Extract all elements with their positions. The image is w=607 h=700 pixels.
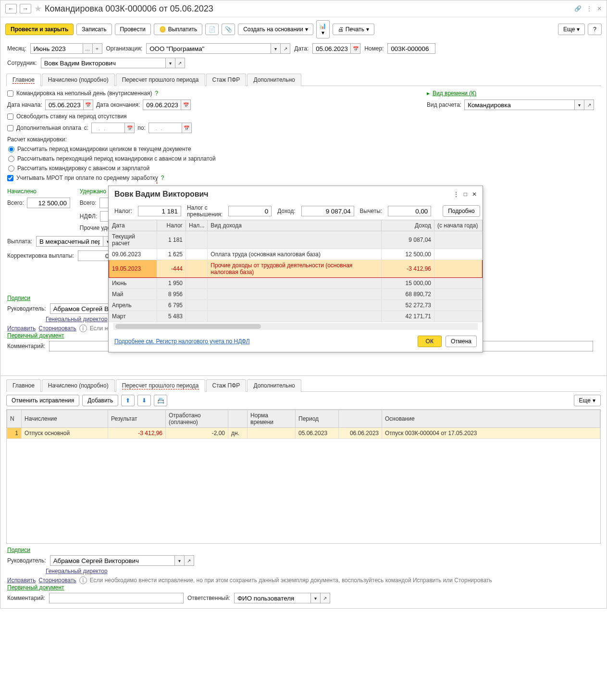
fix-link[interactable]: Исправить <box>7 577 36 584</box>
ded-input[interactable] <box>388 206 431 216</box>
org-input[interactable] <box>146 43 271 54</box>
extra-checkbox[interactable] <box>7 125 13 131</box>
storno-link[interactable]: Сторнировать <box>38 577 76 584</box>
excess-input[interactable] <box>228 206 272 216</box>
time-type-link[interactable]: Вид времени (К) <box>433 90 476 97</box>
open-icon[interactable]: ↗ <box>321 593 330 603</box>
income-input[interactable] <box>301 206 354 216</box>
storno-link[interactable]: Сторнировать <box>38 325 76 332</box>
kebab-icon[interactable]: ⋮ <box>453 191 459 198</box>
report-icon-button[interactable]: 📊▾ <box>316 20 330 38</box>
create-based-button[interactable]: Создать на основании ▾ <box>238 24 313 35</box>
tab2-accrued[interactable]: Начислено (подробно) <box>42 379 115 392</box>
cancel-button[interactable]: Отмена <box>446 336 477 347</box>
calc-type-input[interactable] <box>464 100 575 110</box>
scrollbar[interactable] <box>113 323 478 330</box>
registry-link[interactable]: Подробнее см. Регистр налогового учета п… <box>114 338 250 345</box>
post-button[interactable]: Провести <box>115 24 151 35</box>
mgr-input[interactable] <box>50 555 175 566</box>
save-button[interactable]: Записать <box>76 24 111 35</box>
tab-accrued[interactable]: Начислено (подробно) <box>42 74 115 86</box>
resp-input[interactable] <box>234 593 311 603</box>
tab2-main[interactable]: Главное <box>6 379 41 392</box>
table-row[interactable]: Март5 48342 171,71 <box>109 311 483 322</box>
fix-link[interactable]: Исправить <box>7 325 36 332</box>
close-icon[interactable]: ✕ <box>472 191 477 198</box>
table-row[interactable]: Май8 95668 890,72 <box>109 289 483 300</box>
table-row[interactable]: 1 Отпуск основной -3 412,96 -2,00 дн. 05… <box>7 428 600 439</box>
tab2-pfr[interactable]: Стаж ПФР <box>206 379 247 392</box>
mrot-checkbox[interactable] <box>7 175 13 181</box>
table-row[interactable]: Июнь1 95015 000,00 <box>109 278 483 289</box>
tab-extra[interactable]: Дополнительно <box>247 74 301 86</box>
emp-dropdown-icon[interactable]: ▾ <box>166 58 175 68</box>
dropdown-icon[interactable]: ▾ <box>575 100 584 110</box>
pay-button[interactable]: 🪙Выплатить <box>154 24 203 35</box>
add-button[interactable]: Добавить <box>82 395 118 406</box>
attach-icon-button[interactable]: 📎 <box>222 24 235 35</box>
tax-input[interactable] <box>138 206 181 216</box>
num-input[interactable] <box>387 43 435 54</box>
move-up-button[interactable]: ⬆ <box>121 395 135 406</box>
primary-doc-link[interactable]: Первичный документ <box>7 332 64 339</box>
release-checkbox[interactable] <box>7 113 13 120</box>
nav-forward[interactable]: → <box>20 4 31 13</box>
accrued-total[interactable] <box>27 198 70 208</box>
calendar-icon[interactable]: 📅 <box>182 123 192 133</box>
position-link[interactable]: Генеральный директор <box>46 568 108 575</box>
tab2-recalc[interactable]: Пересчет прошлого периода <box>116 379 205 392</box>
ok-button[interactable]: ОК <box>418 336 442 347</box>
dropdown-icon[interactable]: ▾ <box>175 555 185 566</box>
open-icon[interactable]: ↗ <box>185 555 194 566</box>
help-button[interactable]: ? <box>588 24 602 35</box>
table-row[interactable]: Текущий расчет1 1819 087,04 <box>109 231 483 249</box>
maximize-icon[interactable]: □ <box>464 191 467 198</box>
tab-main[interactable]: Главное <box>6 74 41 86</box>
card-button[interactable]: 📇 <box>154 395 167 406</box>
table-row[interactable]: Апрель6 79552 272,73 <box>109 300 483 311</box>
radio-full[interactable] <box>8 146 14 152</box>
radio-advance[interactable] <box>8 165 14 172</box>
calendar-icon[interactable]: 📅 <box>181 100 191 110</box>
dropdown-icon[interactable]: ▾ <box>311 593 321 603</box>
more-button[interactable]: Еще ▾ <box>574 395 601 406</box>
radio-trans[interactable] <box>8 156 14 162</box>
close-icon[interactable]: ✕ <box>597 5 602 12</box>
org-dropdown-icon[interactable]: ▾ <box>271 43 281 54</box>
calendar-icon[interactable]: 📅 <box>125 123 135 133</box>
details-button[interactable]: Подробно <box>443 205 480 217</box>
calendar-icon[interactable]: 📅 <box>351 43 360 54</box>
primary-doc-link[interactable]: Первичный документ <box>7 584 64 591</box>
extra-from-input[interactable] <box>91 123 125 133</box>
signatures-link[interactable]: Подписи <box>7 295 30 301</box>
month-stepper-icon[interactable]: ÷ <box>93 43 102 54</box>
calendar-icon[interactable]: 📅 <box>84 100 93 110</box>
tab-pfr[interactable]: Стаж ПФР <box>206 74 247 86</box>
date-input[interactable] <box>312 43 351 54</box>
print-button[interactable]: 🖨 Печать ▾ <box>333 24 374 35</box>
end-input[interactable] <box>143 100 181 110</box>
tab2-extra[interactable]: Дополнительно <box>247 379 301 392</box>
position-link[interactable]: Генеральный директор <box>46 316 108 323</box>
nav-back[interactable]: ← <box>5 4 17 13</box>
start-input[interactable] <box>45 100 84 110</box>
star-icon[interactable]: ★ <box>34 3 42 14</box>
month-picker-icon[interactable]: … <box>83 43 93 54</box>
payout-input[interactable] <box>36 236 103 247</box>
table-row[interactable]: 09.06.20231 625Оплата труда (основная на… <box>109 249 483 260</box>
comment-input[interactable] <box>49 593 184 603</box>
help-icon[interactable]: ? <box>161 175 164 181</box>
open-icon[interactable]: ↗ <box>584 100 594 110</box>
extra-to-input[interactable] <box>149 123 182 133</box>
partial-checkbox[interactable] <box>7 90 13 97</box>
emp-input[interactable] <box>41 58 166 68</box>
tab-recalc[interactable]: Пересчет прошлого периода <box>116 74 205 86</box>
move-down-button[interactable]: ⬇ <box>137 395 151 406</box>
table-row[interactable]: 19.05.2023-444Прочие доходы от трудовой … <box>109 260 483 278</box>
link-icon[interactable]: 🔗 <box>574 5 582 12</box>
undo-fix-button[interactable]: Отменить исправления <box>6 395 79 406</box>
org-open-icon[interactable]: ↗ <box>281 43 290 54</box>
expand-icon[interactable]: ▸ <box>427 90 430 97</box>
doc-icon-button[interactable]: 📄 <box>205 24 219 35</box>
signatures-link[interactable]: Подписи <box>7 547 30 553</box>
